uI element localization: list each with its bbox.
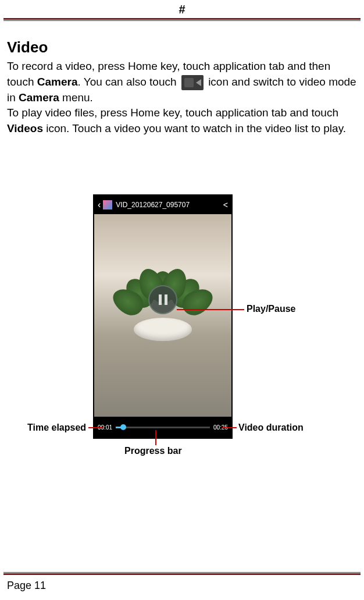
- pot-graphic: [134, 318, 192, 341]
- progress-thumb: [120, 424, 126, 430]
- annotation-line: [222, 427, 237, 428]
- progress-bar-area: 00:01 00:25: [94, 417, 231, 438]
- share-icon: <: [223, 200, 228, 210]
- annotation-video-duration: Video duration: [238, 423, 304, 433]
- annotation-progress-bar: Progress bar: [124, 446, 182, 456]
- text-fragment: To play video files, press Home key, tou…: [7, 106, 338, 119]
- figure-area: ‹ VID_20120627_095707 <: [7, 194, 357, 497]
- play-pause-button: [148, 285, 177, 314]
- content-area: Video To record a video, press Home key,…: [0, 21, 364, 503]
- text-fragment: . You can also touch: [77, 76, 179, 88]
- annotation-time-elapsed: Time elapsed: [27, 423, 86, 433]
- phone-top-bar: ‹ VID_20120627_095707 <: [94, 196, 231, 214]
- annotation-line: [155, 430, 156, 445]
- phone-screenshot: ‹ VID_20120627_095707 <: [93, 194, 233, 439]
- camera-bold-1: Camera: [37, 76, 78, 88]
- camera-bold-2: Camera: [19, 91, 59, 104]
- annotation-line: [88, 427, 103, 428]
- video-frame: [94, 214, 231, 418]
- page-number: Page 11: [0, 575, 364, 600]
- video-camera-icon: [181, 75, 204, 90]
- annotation-play-pause: Play/Pause: [247, 304, 296, 314]
- body-paragraph-2: To play video files, press Home key, tou…: [7, 105, 357, 136]
- progress-track: [116, 427, 210, 428]
- body-paragraph-1: To record a video, press Home key, touch…: [7, 59, 357, 105]
- text-fragment: icon. Touch a video you want to watch in…: [43, 122, 346, 134]
- videos-bold: Videos: [7, 122, 43, 134]
- gallery-icon: [103, 200, 112, 210]
- pause-icon: [159, 294, 167, 305]
- annotation-line: [177, 309, 244, 310]
- page-header: #: [0, 0, 364, 18]
- footer: Page 11: [0, 572, 364, 600]
- header-symbol: #: [179, 3, 185, 16]
- back-icon: ‹: [98, 200, 101, 210]
- text-fragment: menu.: [59, 91, 93, 104]
- section-title: Video: [7, 38, 357, 56]
- video-filename: VID_20120627_095707: [116, 201, 223, 209]
